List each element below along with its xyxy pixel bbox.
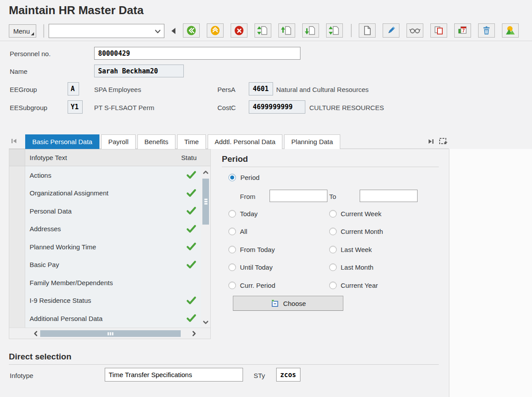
radio-curr-period[interactable]: Curr. Period xyxy=(228,276,328,294)
radio-all[interactable]: All xyxy=(228,223,328,241)
radio-circle[interactable] xyxy=(228,246,236,253)
table-row[interactable]: Organizational Assignment xyxy=(25,184,201,202)
persa-label: PersA xyxy=(217,86,236,93)
scroll-down-icon[interactable] xyxy=(203,320,209,325)
radio-today[interactable]: Today xyxy=(228,205,328,223)
table-row[interactable]: Addresses xyxy=(25,220,201,238)
horizontal-scrollbar-thumb[interactable] xyxy=(40,330,181,337)
table-row[interactable]: Basic Pay xyxy=(25,256,201,274)
back-icon[interactable] xyxy=(183,23,200,38)
tab-payroll[interactable]: Payroll xyxy=(101,134,136,149)
direct-selection-title: Direct selection xyxy=(9,352,72,362)
from-date-input[interactable] xyxy=(270,190,327,202)
horizontal-scrollbar[interactable] xyxy=(9,328,210,339)
to-date-input[interactable] xyxy=(360,190,418,202)
detach-tab-icon[interactable] xyxy=(438,137,448,146)
radio-label: From Today xyxy=(240,246,275,253)
last-page-icon[interactable] xyxy=(326,23,343,38)
infotype-text: Planned Working Time xyxy=(25,243,182,251)
choose-button[interactable]: Choose xyxy=(233,296,343,311)
scroll-right-icon[interactable] xyxy=(191,331,197,336)
radio-circle[interactable] xyxy=(329,282,337,289)
radio-current-year[interactable]: Current Year xyxy=(329,276,429,294)
radio-last-month[interactable]: Last Month xyxy=(329,259,429,277)
display-icon[interactable] xyxy=(407,23,423,38)
page-title: Maintain HR Master Data xyxy=(9,4,144,17)
command-combobox[interactable] xyxy=(49,24,164,38)
vertical-scrollbar[interactable] xyxy=(201,166,210,328)
column-header-infotype-text[interactable]: Infotype Text xyxy=(25,149,181,166)
radio-label: Current Week xyxy=(341,210,381,218)
table-row[interactable]: Family Member/Dependents xyxy=(25,274,201,292)
radio-circle[interactable] xyxy=(329,228,337,235)
scroll-left-icon[interactable] xyxy=(33,331,38,336)
table-row[interactable]: Personal Data xyxy=(25,202,201,220)
to-label: To xyxy=(329,193,336,200)
first-page-icon[interactable] xyxy=(255,23,271,38)
radio-last-week[interactable]: Last Week xyxy=(329,240,429,259)
radio-circle[interactable] xyxy=(329,210,337,218)
radio-circle[interactable] xyxy=(329,246,337,253)
sap-window: Maintain HR Master Data Menu 7 Personnel… xyxy=(0,0,532,397)
radio-circle[interactable] xyxy=(329,263,337,271)
table-row[interactable]: I-9 Residence Status xyxy=(25,292,201,310)
scroll-tabs-last-icon[interactable] xyxy=(427,137,435,145)
radio-circle[interactable] xyxy=(228,228,236,235)
scroll-up-icon[interactable] xyxy=(203,170,209,175)
row-selector-header[interactable] xyxy=(9,149,25,166)
overview-icon[interactable] xyxy=(502,23,519,38)
command-input[interactable] xyxy=(49,24,152,38)
right-empty-area xyxy=(449,149,532,397)
infotype-text: I-9 Residence Status xyxy=(25,297,182,304)
name-label: Name xyxy=(10,68,27,75)
period-section-title: Period xyxy=(222,154,248,164)
radio-until-today[interactable]: Until Today xyxy=(228,259,328,277)
costc-text: CULTURE RESOURCES xyxy=(309,104,384,111)
delete-icon[interactable] xyxy=(478,23,495,38)
radio-current-week[interactable]: Current Week xyxy=(329,205,429,223)
period-section-rule xyxy=(222,167,439,167)
radio-from-today[interactable]: From Today xyxy=(228,240,328,259)
collapse-toolbar-icon[interactable] xyxy=(171,28,175,34)
toolbar-group-separator xyxy=(351,24,352,37)
exit-icon[interactable] xyxy=(207,23,224,38)
radio-circle[interactable] xyxy=(228,174,236,181)
table-row[interactable]: Additional Personal Data xyxy=(25,309,201,328)
direct-selection-rule xyxy=(9,364,439,365)
copy-icon[interactable] xyxy=(430,23,447,38)
column-header-status[interactable]: Statu xyxy=(181,149,210,166)
radio-circle[interactable] xyxy=(228,210,236,218)
infotype-input[interactable] xyxy=(105,368,243,382)
next-page-icon[interactable] xyxy=(302,23,319,38)
sty-input[interactable] xyxy=(276,368,300,382)
table-row[interactable]: Actions xyxy=(25,166,201,184)
radio-circle[interactable] xyxy=(228,282,236,289)
create-icon[interactable] xyxy=(359,23,376,38)
change-icon[interactable] xyxy=(383,23,399,38)
table-row[interactable]: Planned Working Time xyxy=(25,238,201,256)
tab-time[interactable]: Time xyxy=(177,134,206,149)
personnel-no-input[interactable] xyxy=(94,47,300,60)
toolbar-separator xyxy=(43,24,44,38)
radio-circle[interactable] xyxy=(228,263,236,271)
green-checkmark-icon xyxy=(182,225,201,233)
vertical-scrollbar-thumb[interactable] xyxy=(202,179,209,225)
scroll-tabs-first-icon[interactable] xyxy=(10,137,18,145)
radio-label: Last Month xyxy=(341,263,373,271)
infotype-text: Basic Pay xyxy=(25,261,182,268)
radio-period[interactable]: Period xyxy=(228,174,259,181)
tab-planning-data[interactable]: Planning Data xyxy=(284,134,340,149)
chevron-down-icon[interactable] xyxy=(154,28,161,35)
tab-basic-personal-data[interactable]: Basic Personal Data xyxy=(25,134,99,149)
previous-page-icon[interactable] xyxy=(278,23,295,38)
radio-current-month[interactable]: Current Month xyxy=(329,223,429,241)
tab-addtl-personal-data[interactable]: Addtl. Personal Data xyxy=(208,134,283,149)
cancel-icon[interactable] xyxy=(231,23,247,38)
tab-benefits[interactable]: Benefits xyxy=(137,134,175,149)
toolbar-divider xyxy=(0,41,532,41)
green-checkmark-icon xyxy=(182,206,201,215)
row-selector-column[interactable] xyxy=(9,166,25,328)
green-checkmark-icon xyxy=(182,314,201,323)
delimit-icon[interactable]: 7 xyxy=(454,23,471,38)
menu-button[interactable]: Menu xyxy=(9,24,36,38)
